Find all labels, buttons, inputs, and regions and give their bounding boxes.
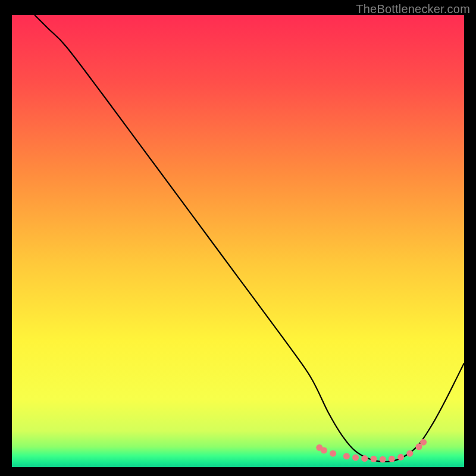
attribution-text: TheBottlenecker.com: [356, 2, 470, 16]
plot-area: [12, 15, 464, 467]
highlight-dot: [343, 453, 350, 459]
highlight-dot: [330, 450, 336, 457]
highlight-dot: [352, 455, 359, 461]
highlight-dot: [321, 447, 327, 453]
highlight-dot: [397, 454, 404, 461]
chart-frame: TheBottlenecker.com: [0, 0, 476, 476]
highlight-dot: [406, 450, 413, 457]
highlight-dot: [371, 456, 377, 462]
chart-svg: [12, 15, 464, 467]
highlight-dot: [420, 439, 427, 446]
gradient-background: [12, 15, 464, 467]
highlight-dot: [380, 456, 386, 463]
highlight-dot: [389, 456, 395, 462]
highlight-dot: [361, 455, 368, 462]
